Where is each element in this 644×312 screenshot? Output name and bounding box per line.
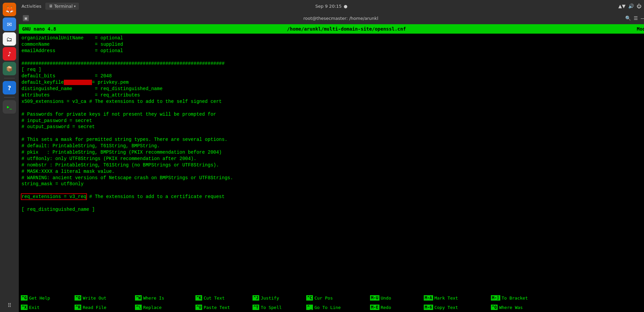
cmd-go-to-line-key: ^_ [306, 305, 313, 310]
cmd-redo[interactable]: M-E Redo [368, 305, 422, 310]
cmd-redo-label: Redo [381, 305, 391, 310]
cmd-justify-label: Justify [261, 296, 279, 301]
datetime-label: Sep 9 20:15 [315, 4, 342, 9]
cmd-write-out-key: ^O [75, 295, 81, 301]
cmd-read-file[interactable]: ^R Read File [73, 305, 133, 310]
nano-header: GNU nano 4.8 /home/arunkl/multi-domain-s… [19, 24, 644, 34]
line-10: attributes = req_attributes [21, 92, 644, 99]
system-clock-area: Sep 9 20:15 ● [315, 4, 348, 9]
cmd-justify[interactable]: ^J Justify [250, 295, 304, 301]
menu-icon[interactable]: ☰ [634, 15, 638, 21]
sidebar-icon-terminal[interactable]: ▶_ [3, 100, 16, 114]
cmd-write-out-label: Write Out [83, 296, 106, 301]
cmd-exit[interactable]: ^X Exit [19, 305, 73, 310]
terminal-window-title: root@thesecmaster: /home/arunkl [304, 16, 378, 21]
terminal-window-controls: 🔍 ☰ — ☐ ✕ [625, 15, 644, 21]
cmd-to-bracket-key: M-] [491, 295, 500, 301]
main-area: Activities 🖥 Terminal ▾ Sep 9 20:15 ● ▲▼… [19, 0, 644, 312]
terminal-tab[interactable]: 🖥 Terminal ▾ [45, 3, 79, 10]
cmd-cur-pos-label: Cur Pos [314, 296, 333, 301]
cmd-copy-text[interactable]: M-6 Copy Text [422, 305, 489, 310]
cmd-where-was[interactable]: ^Q Where Was [489, 305, 525, 310]
terminal-tab-arrow: ▾ [74, 4, 76, 8]
line-19: # pkix : PrintableString, BMPString (PKI… [21, 149, 644, 156]
cmd-paste-text[interactable]: ^U Paste Text [193, 305, 250, 310]
cmd-paste-text-key: ^U [195, 305, 202, 310]
cmd-write-out[interactable]: ^O Write Out [73, 295, 133, 301]
sidebar-icon-firefox[interactable]: 🦊 [3, 3, 16, 16]
line-7: default_bits = 2048 [21, 73, 644, 79]
cmd-cut-text-key: ^K [195, 295, 202, 301]
status-dot: ● [344, 4, 348, 9]
cmd-where-is[interactable]: ^W Where Is [133, 295, 193, 301]
cmd-go-to-line[interactable]: ^_ Go To Line [304, 305, 368, 310]
cmd-copy-text-key: M-6 [424, 305, 433, 310]
terminal-title-bar: ▣ root@thesecmaster: /home/arunkl 🔍 ☰ — … [19, 12, 644, 24]
nano-keybindings: ^G Get Help ^O Write Out ^W Where Is ^K … [19, 293, 644, 312]
network-icon[interactable]: ▲▼ [618, 3, 626, 9]
sidebar-icon-files[interactable]: 🗂 [3, 32, 16, 46]
cmd-where-was-key: ^Q [491, 305, 498, 310]
cmd-get-help[interactable]: ^G Get Help [19, 295, 73, 301]
cmd-replace-key: ^\ [135, 305, 142, 310]
search-icon[interactable]: 🔍 [625, 15, 631, 21]
cmd-cur-pos[interactable]: ^C Cur Pos [304, 295, 368, 301]
cmd-replace-label: Replace [143, 305, 162, 310]
cmd-go-to-line-label: Go To Line [314, 305, 340, 310]
cmd-to-spell-key: ^T [252, 305, 259, 310]
cmd-mark-text-label: Mark Text [434, 296, 458, 301]
cmd-undo[interactable]: M-U Undo [368, 295, 422, 301]
terminal-window-icon: ▣ [23, 15, 29, 21]
sidebar-icon-help[interactable]: ? [3, 81, 16, 94]
line-5: ########################################… [21, 61, 644, 67]
cmd-paste-text-label: Paste Text [203, 305, 230, 310]
cmd-read-file-key: ^R [75, 305, 81, 310]
cmd-mark-text[interactable]: M-A Mark Text [422, 295, 489, 301]
sidebar-icon-music[interactable]: ♪ [3, 47, 16, 61]
line-3: emailAddress = optional [21, 48, 644, 54]
system-topbar: Activities 🖥 Terminal ▾ Sep 9 20:15 ● ▲▼… [19, 0, 644, 12]
cmd-get-help-label: Get Help [29, 296, 50, 301]
cmd-to-bracket-label: To Bracket [502, 296, 528, 301]
sound-icon[interactable]: 🔊 [628, 3, 634, 9]
cmd-replace[interactable]: ^\ Replace [133, 305, 193, 310]
cmd-read-file-label: Read File [83, 305, 106, 310]
line-13: # Passwords for private keys if not pres… [21, 111, 644, 118]
line-15: # output_password = secret [21, 124, 644, 130]
cmd-cut-text[interactable]: ^K Cut Text [193, 295, 250, 301]
terminal-window: ▣ root@thesecmaster: /home/arunkl 🔍 ☰ — … [19, 12, 644, 300]
line-9: distinguished_name = req_distinguished_n… [21, 86, 644, 92]
minimize-button[interactable]: — [641, 15, 644, 21]
line-28: [ req_distinguished_name ] [21, 206, 644, 213]
line-20: # utf8only: only UTF8Strings (PKIX recom… [21, 156, 644, 162]
line-11: x509_extensions = v3_ca # The extensions… [21, 99, 644, 105]
sidebar-icon-apps[interactable]: 📦 [3, 62, 16, 75]
cmd-cut-text-label: Cut Text [203, 296, 225, 301]
nano-version: GNU nano 4.8 [22, 26, 56, 32]
line-24: string_mask = utf8only [21, 181, 644, 187]
sidebar-icon-grid[interactable]: ⠿ [3, 299, 16, 312]
line-6: [ req ] [21, 67, 644, 73]
line-2: commonName = supplied [21, 41, 644, 48]
cmd-redo-key: M-E [370, 305, 379, 310]
cmd-to-spell[interactable]: ^T To Spell [250, 305, 304, 310]
line-1: organizationalUnitName = optional [21, 35, 644, 41]
power-icon[interactable]: ⏻ [637, 3, 641, 9]
line-26: req_extensions = v3_req # The extensions… [21, 194, 644, 200]
line-12 [21, 105, 644, 111]
topbar-right-icons: ▲▼ 🔊 ⏻ [618, 3, 641, 9]
cmd-undo-key: M-U [370, 295, 379, 301]
sidebar-separator-2 [4, 97, 15, 98]
cmd-to-bracket[interactable]: M-] To Bracket [489, 295, 530, 301]
line-18: # default: PrintableString, T61String, B… [21, 143, 644, 149]
line-27 [21, 200, 644, 206]
nano-editor-content[interactable]: organizationalUnitName = optional common… [19, 34, 644, 293]
terminal-tab-icon: 🖥 [49, 4, 53, 8]
sidebar-icon-email[interactable]: ✉ [3, 17, 16, 31]
line-16 [21, 130, 644, 136]
cmd-mark-text-key: M-A [424, 295, 433, 301]
terminal-tab-label: Terminal [54, 4, 73, 9]
line-14: # input_password = secret [21, 118, 644, 124]
nano-keybinding-row-2: ^X Exit ^R Read File ^\ Replace ^U Paste… [19, 303, 644, 312]
activities-button[interactable]: Activities [21, 4, 41, 9]
